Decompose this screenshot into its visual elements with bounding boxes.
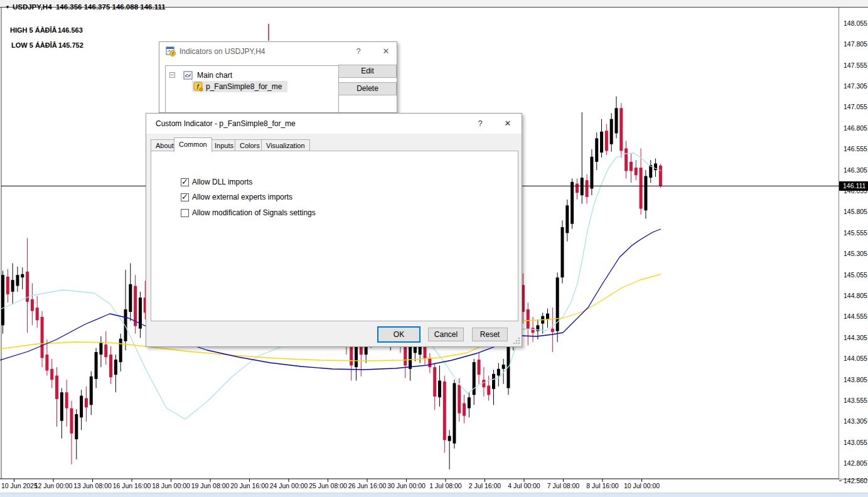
tab-strip: About Common Inputs Colors Visualization bbox=[146, 137, 522, 151]
time-axis-label: 4 Jul 00:00 bbox=[508, 482, 540, 489]
low5-label: LOW 5 ÁÀÐÎÂ bbox=[11, 41, 57, 49]
tree-label-indicator: p_FanSimple8_for_me bbox=[206, 82, 282, 91]
custom-indicator-dialog: Custom Indicator - p_FanSimple8_for_me ?… bbox=[146, 113, 522, 347]
main-chart-icon bbox=[183, 70, 193, 80]
price-axis-label: 145.055 bbox=[844, 271, 867, 279]
price-axis[interactable]: 148.055147.805147.555147.305147.055146.8… bbox=[839, 8, 868, 479]
reset-button[interactable]: Reset bbox=[472, 328, 508, 341]
price-axis-label: 145.805 bbox=[844, 208, 867, 215]
custom-dialog-title: Custom Indicator - p_FanSimple8_for_me bbox=[156, 119, 296, 128]
price-axis-label: 144.055 bbox=[844, 355, 867, 362]
low5-value: 145.752 bbox=[58, 41, 83, 49]
help-button[interactable]: ? bbox=[351, 46, 365, 57]
symbol-dropdown-triangle[interactable]: ▼ bbox=[5, 4, 10, 10]
time-axis-label: 7 Jul 08:00 bbox=[547, 482, 579, 489]
price-axis-label: 144.555 bbox=[844, 313, 867, 320]
cancel-button[interactable]: Cancel bbox=[428, 328, 464, 341]
indicators-tree[interactable]: − Main chart f p_FanSimple8_for_me bbox=[165, 65, 339, 113]
allow-experts-checkbox[interactable] bbox=[181, 193, 189, 201]
resize-grip[interactable] bbox=[513, 337, 520, 345]
time-axis[interactable]: 10 Jun 202512 Jun 00:0013 Jun 08:0016 Ju… bbox=[0, 479, 839, 493]
price-axis-label: 147.305 bbox=[844, 82, 867, 90]
close-icon[interactable]: ✕ bbox=[379, 46, 393, 57]
high5-value: 146.563 bbox=[58, 26, 83, 34]
window-bottom-strip bbox=[0, 493, 868, 497]
high5-label: HIGH 5 ÁÀÐÎÂ bbox=[10, 26, 57, 34]
close-icon[interactable]: ✕ bbox=[501, 118, 515, 129]
price-axis-label: 142.560 bbox=[844, 477, 867, 484]
time-axis-label: 26 Jun 16:00 bbox=[348, 482, 387, 489]
tree-label-main-chart: Main chart bbox=[197, 71, 232, 80]
price-axis-label: 144.805 bbox=[844, 292, 867, 299]
price-axis-label: 145.555 bbox=[844, 229, 867, 237]
tab-common[interactable]: Common bbox=[174, 137, 212, 152]
tree-item-main-chart[interactable]: − Main chart bbox=[166, 70, 338, 81]
common-tab-panel: Allow DLL imports Allow external experts… bbox=[151, 151, 518, 321]
price-axis-label: 144.305 bbox=[844, 334, 867, 341]
help-button[interactable]: ? bbox=[473, 118, 487, 129]
price-axis-label: 142.805 bbox=[844, 459, 867, 467]
time-axis-label: 18 Jun 00:00 bbox=[152, 482, 190, 489]
tab-colors[interactable]: Colors bbox=[235, 139, 265, 151]
time-axis-label: 10 Jul 00:00 bbox=[624, 482, 660, 489]
price-axis-label: 147.555 bbox=[844, 61, 867, 69]
time-axis-label: 24 Jun 00:00 bbox=[270, 482, 308, 489]
price-axis-label: 143.055 bbox=[844, 439, 867, 446]
mt-chart-window: ▼USDJPY,H4 146.356 146.375 146.088 146.1… bbox=[0, 0, 868, 497]
time-axis-label: 1 Jul 08:00 bbox=[429, 482, 461, 489]
allow-dll-checkbox[interactable] bbox=[181, 178, 189, 186]
allow-dll-label: Allow DLL imports bbox=[192, 178, 252, 186]
time-axis-label: 12 Jun 00:00 bbox=[35, 482, 73, 489]
indicators-dialog-icon: f bbox=[166, 46, 176, 56]
time-axis-label: 10 Jun 2025 bbox=[1, 482, 38, 489]
tree-expander-icon[interactable]: − bbox=[169, 72, 175, 78]
time-axis-label: 25 Jun 08:00 bbox=[309, 482, 347, 489]
price-axis-label: 148.055 bbox=[844, 19, 867, 27]
price-axis-label: 145.305 bbox=[844, 250, 867, 257]
price-axis-label: 143.805 bbox=[844, 376, 867, 383]
time-axis-label: 2 Jul 16:00 bbox=[469, 482, 501, 489]
time-axis-label: 20 Jun 16:00 bbox=[230, 482, 269, 489]
allow-experts-label: Allow external experts imports bbox=[192, 193, 292, 201]
delete-button[interactable]: Delete bbox=[338, 82, 397, 95]
price-axis-label: 143.305 bbox=[844, 417, 867, 425]
time-axis-label: 16 Jun 16:00 bbox=[113, 482, 151, 489]
current-price-badge: 146.111 bbox=[839, 181, 868, 191]
indicators-dialog-title: Indicators on USDJPY,H4 bbox=[179, 47, 265, 56]
edit-button[interactable]: Edit bbox=[338, 65, 397, 78]
indicators-dialog: f Indicators on USDJPY,H4 ? ✕ − Main cha… bbox=[159, 41, 397, 113]
symbol-ohlc-title[interactable]: ▼USDJPY,H4 146.356 146.375 146.088 146.1… bbox=[5, 3, 166, 11]
time-axis-label: 8 Jul 16:00 bbox=[586, 482, 618, 489]
tree-item-indicator[interactable]: f p_FanSimple8_for_me bbox=[166, 81, 338, 92]
ok-button[interactable]: OK bbox=[377, 326, 421, 343]
time-axis-label: 30 Jun 00:00 bbox=[387, 482, 426, 489]
price-axis-label: 146.805 bbox=[844, 124, 867, 132]
indicators-dialog-titlebar[interactable]: f Indicators on USDJPY,H4 ? ✕ bbox=[159, 42, 397, 61]
allow-signals-checkbox[interactable] bbox=[181, 209, 189, 217]
time-axis-label: 19 Jun 08:00 bbox=[191, 482, 230, 489]
function-icon: f bbox=[193, 82, 203, 92]
price-axis-label: 147.805 bbox=[844, 40, 867, 48]
time-axis-label: 13 Jun 08:00 bbox=[73, 482, 112, 489]
allow-signals-label: Allow modification of Signals settings bbox=[192, 208, 316, 217]
symbol-ohlc-text: USDJPY,H4 146.356 146.375 146.088 146.11… bbox=[13, 3, 166, 11]
price-axis-label: 143.555 bbox=[844, 397, 867, 404]
price-axis-label: 146.555 bbox=[844, 145, 867, 152]
tab-visualization[interactable]: Visualization bbox=[261, 139, 310, 151]
price-axis-label: 146.305 bbox=[844, 166, 867, 174]
custom-dialog-titlebar[interactable]: Custom Indicator - p_FanSimple8_for_me ?… bbox=[146, 114, 522, 134]
price-axis-label: 147.055 bbox=[844, 103, 867, 110]
